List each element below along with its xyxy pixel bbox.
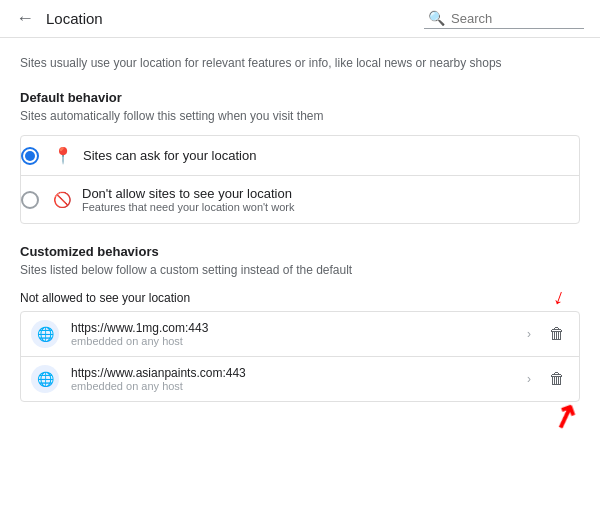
customized-title: Customized behaviors <box>20 244 580 259</box>
option-allow-text: Sites can ask for your location <box>83 148 256 163</box>
back-icon: ← <box>16 8 34 29</box>
site-url-1mg: https://www.1mg.com:443 <box>71 321 527 335</box>
site-text-asianpaints: https://www.asianpaints.com:443 embedded… <box>71 366 527 392</box>
customized-subtitle: Sites listed below follow a custom setti… <box>20 263 580 277</box>
delete-button-asianpaints[interactable]: 🗑 <box>545 366 569 392</box>
option-allow[interactable]: 📍 Sites can ask for your location <box>21 136 579 176</box>
search-input[interactable] <box>451 11 571 26</box>
site-text-1mg: https://www.1mg.com:443 embedded on any … <box>71 321 527 347</box>
page-title: Location <box>46 10 424 27</box>
site-icon-1mg: 🌐 <box>31 320 59 348</box>
default-behavior-subtitle: Sites automatically follow this setting … <box>20 109 580 123</box>
option-deny-sublabel: Features that need your location won't w… <box>82 201 294 213</box>
option-deny-label: Don't allow sites to see your location <box>82 186 294 201</box>
radio-deny[interactable] <box>21 191 39 209</box>
search-box: 🔍 <box>424 8 584 29</box>
customized-section: Customized behaviors Sites listed below … <box>20 244 580 402</box>
globe-icon-asianpaints: 🌐 <box>37 371 54 387</box>
globe-icon-1mg: 🌐 <box>37 326 54 342</box>
location-icon: 📍 <box>53 146 73 165</box>
option-deny-text: Don't allow sites to see your location F… <box>82 186 294 213</box>
search-icon: 🔍 <box>428 10 445 26</box>
chevron-asianpaints[interactable]: › <box>527 372 531 386</box>
site-url-asianpaints: https://www.asianpaints.com:443 <box>71 366 527 380</box>
site-sub-asianpaints: embedded on any host <box>71 380 527 392</box>
option-deny[interactable]: 🚫 Don't allow sites to see your location… <box>21 176 579 223</box>
radio-allow[interactable] <box>21 147 39 165</box>
page-description: Sites usually use your location for rele… <box>20 54 580 72</box>
back-button[interactable]: ← <box>16 8 34 29</box>
main-content: Sites usually use your location for rele… <box>0 38 600 418</box>
site-icon-asianpaints: 🌐 <box>31 365 59 393</box>
site-sub-1mg: embedded on any host <box>71 335 527 347</box>
chevron-1mg[interactable]: › <box>527 327 531 341</box>
blocked-location-icon: 🚫 <box>53 191 72 209</box>
delete-button-1mg[interactable]: 🗑 <box>545 321 569 347</box>
site-row-1mg: 🌐 https://www.1mg.com:443 embedded on an… <box>21 312 579 357</box>
site-row-asianpaints: 🌐 https://www.asianpaints.com:443 embedd… <box>21 357 579 401</box>
option-allow-label: Sites can ask for your location <box>83 148 256 163</box>
not-allowed-title: Not allowed to see your location <box>20 291 580 305</box>
radio-options-container: 📍 Sites can ask for your location 🚫 Don'… <box>20 135 580 224</box>
default-behavior-title: Default behavior <box>20 90 580 105</box>
page-header: ← Location 🔍 <box>0 0 600 38</box>
